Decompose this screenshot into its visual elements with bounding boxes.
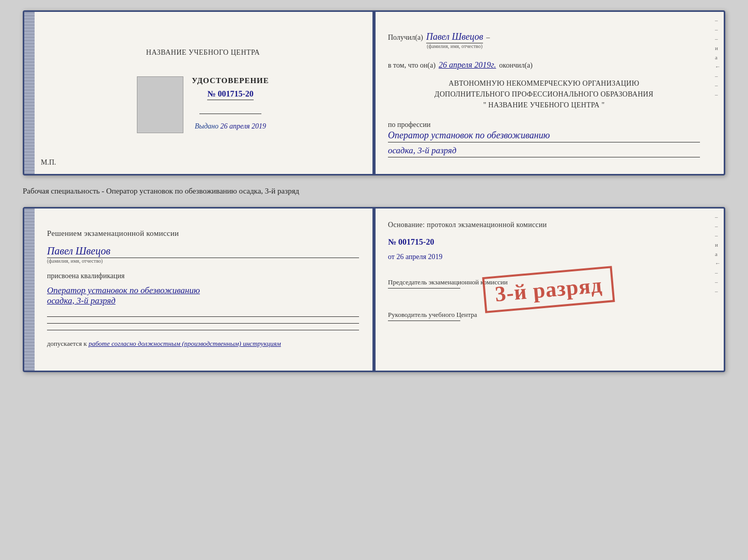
profession-value: Оператор установок по обезвоживанию — [388, 130, 700, 142]
org-block: АВТОНОМНУЮ НЕКОММЕРЧЕСКУЮ ОРГАНИЗАЦИЮ ДО… — [388, 78, 700, 110]
chairman-sign-line — [388, 288, 460, 289]
basis-date-prefix: от — [388, 253, 395, 261]
issued-date: 26 апреля 2019 — [221, 122, 266, 130]
bottom-right-edge-marks: – – – и а ← – – – — [715, 214, 721, 294]
line-2 — [47, 323, 359, 324]
basis-date: от 26 апреля 2019 — [388, 253, 708, 261]
qualification-rank: осадка, 3-й разряд — [47, 296, 359, 306]
in-that-row: в том, что он(а) 26 апреля 2019г. окончи… — [388, 58, 700, 70]
director-sign-line — [388, 321, 460, 321]
person-name: Павел Швецов — [47, 245, 359, 258]
profession-block: по профессии Оператор установок по обезв… — [388, 120, 700, 157]
bottom-document-card: Решением экзаменационной комиссии Павел … — [23, 207, 725, 372]
left-border-decoration — [24, 12, 35, 174]
org-line2: ДОПОЛНИТЕЛЬНОГО ПРОФЕССИОНАЛЬНОГО ОБРАЗО… — [388, 89, 700, 100]
stamp-text: 3-й разряд — [494, 274, 603, 305]
qualification-label: присвоена квалификация — [47, 272, 359, 280]
top-left-content: НАЗВАНИЕ УЧЕБНОГО ЦЕНТРА УДОСТОВЕРЕНИЕ №… — [39, 24, 359, 162]
top-right-content: Получил(а) Павел Швецов (фамилия, имя, о… — [388, 24, 708, 157]
admitted-prefix: допускается к — [47, 340, 87, 347]
bottom-left-border-decoration — [24, 209, 35, 371]
profession-label: по профессии — [388, 121, 431, 129]
fio-subtitle-top: (фамилия, имя, отчество) — [427, 43, 482, 49]
org-line1: АВТОНОМНУЮ НЕКОММЕРЧЕСКУЮ ОРГАНИЗАЦИЮ — [388, 78, 700, 89]
between-text: Рабочая специальность - Оператор установ… — [23, 185, 725, 198]
received-row: Получил(а) Павел Швецов (фамилия, имя, о… — [388, 29, 700, 49]
basis-number: № 001715-20 — [388, 237, 708, 247]
org-line3: " НАЗВАНИЕ УЧЕБНОГО ЦЕНТРА " — [388, 100, 700, 110]
qualification-value: Оператор установок по обезвоживанию — [47, 285, 359, 296]
line-1 — [47, 316, 359, 317]
bottom-left-content: Решением экзаменационной комиссии Павел … — [39, 221, 359, 348]
in-that-prefix: в том, что он(а) — [388, 61, 435, 70]
basis-date-value: 26 апреля 2019 — [396, 253, 442, 261]
bottom-card-left: Решением экзаменационной комиссии Павел … — [24, 209, 373, 371]
director-label: Руководитель учебного Центра — [388, 310, 708, 319]
received-name-block: Павел Швецов (фамилия, имя, отчество) — [426, 31, 483, 49]
dash-top: – — [486, 34, 490, 42]
received-prefix: Получил(а) — [388, 34, 423, 42]
top-card-left: НАЗВАНИЕ УЧЕБНОГО ЦЕНТРА УДОСТОВЕРЕНИЕ №… — [24, 12, 373, 174]
basis-title: Основание: протокол экзаменационной коми… — [388, 221, 708, 229]
top-training-center-title: НАЗВАНИЕ УЧЕБНОГО ЦЕНТРА — [146, 49, 260, 57]
profession-rank: осадка, 3-й разряд — [388, 146, 700, 157]
top-card-right: Получил(а) Павел Швецов (фамилия, имя, о… — [373, 12, 724, 174]
bottom-card-right: Основание: протокол экзаменационной коми… — [373, 209, 724, 371]
received-name: Павел Швецов — [426, 31, 483, 43]
cert-photo-placeholder — [137, 76, 183, 133]
admitted-line: допускается к работе согласно должностны… — [47, 340, 359, 348]
person-name-block: Павел Швецов (фамилия, имя, отчество) — [47, 243, 359, 264]
issued-label: Выдано — [195, 122, 219, 130]
admitted-value: работе согласно должностным (производств… — [88, 340, 280, 347]
mp-label: М.П. — [41, 158, 56, 167]
cert-issued: Выдано 26 апреля 2019 — [195, 122, 266, 131]
top-document-card: НАЗВАНИЕ УЧЕБНОГО ЦЕНТРА УДОСТОВЕРЕНИЕ №… — [23, 10, 725, 175]
fio-subtitle-bottom: (фамилия, имя, отчество) — [47, 258, 359, 264]
line-3 — [47, 330, 359, 330]
top-right-edge-marks: – – – и а ← – – – — [715, 17, 721, 98]
cert-label: УДОСТОВЕРЕНИЕ — [192, 76, 269, 85]
finished-label: окончил(а) — [499, 61, 533, 70]
qualification-block: Оператор установок по обезвоживанию осад… — [47, 285, 359, 306]
in-that-date: 26 апреля 2019г. — [439, 60, 496, 70]
cert-number: № 001715-20 — [207, 89, 253, 100]
decision-title: Решением экзаменационной комиссии — [47, 229, 359, 238]
lines-group — [47, 316, 359, 330]
